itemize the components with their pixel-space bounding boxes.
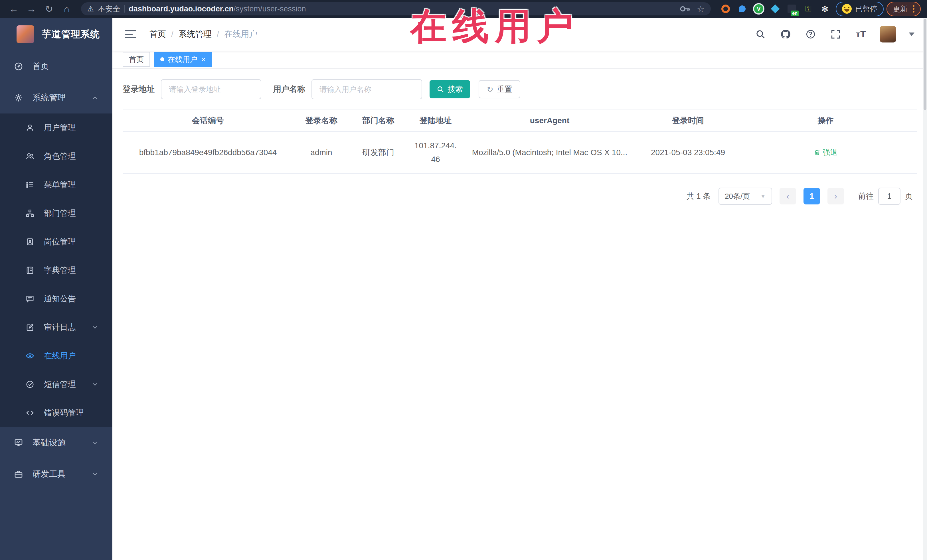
reload-icon[interactable]: ↻ <box>42 2 56 16</box>
login-address-input[interactable] <box>161 79 261 99</box>
sidebar-item-infra[interactable]: 基础设施 <box>0 427 112 458</box>
browser-toolbar: ← → ↻ ⌂ ⚠ 不安全 dashboard.yudao.iocoder.cn… <box>0 0 927 18</box>
cell-session-id: bfbb1ab79ba849e49fb26ddb56a73044 <box>123 148 293 157</box>
green-key-icon[interactable]: ⚿ <box>803 4 813 14</box>
sidebar-item-label: 角色管理 <box>44 151 76 162</box>
active-dot-icon <box>160 57 164 61</box>
address-bar[interactable]: ⚠ 不安全 dashboard.yudao.iocoder.cn/system/… <box>81 2 711 15</box>
sidebar-item-depts[interactable]: 部门管理 <box>0 199 112 228</box>
url-text[interactable]: dashboard.yudao.iocoder.cn/system/user-s… <box>129 5 306 14</box>
sidebar-item-menus[interactable]: 菜单管理 <box>0 170 112 199</box>
online-eye-icon <box>25 351 35 361</box>
prev-page-button[interactable]: ‹ <box>780 188 796 205</box>
tags-view: 首页 在线用户 × <box>112 51 927 68</box>
check-circle-icon <box>25 379 35 389</box>
close-icon[interactable]: × <box>201 56 206 63</box>
page-1-button[interactable]: 1 <box>804 188 820 205</box>
fullscreen-icon[interactable] <box>830 28 842 41</box>
tab-label: 在线用户 <box>168 55 198 64</box>
header-actions: ᴛT <box>754 26 915 42</box>
forward-icon[interactable]: → <box>24 2 39 16</box>
sidebar-item-audit-log[interactable]: 审计日志 <box>0 313 112 341</box>
book-icon <box>25 266 35 275</box>
collapse-sidebar-icon[interactable] <box>125 30 136 38</box>
sidebar-item-system[interactable]: 系统管理 <box>0 82 112 114</box>
help-icon[interactable] <box>804 28 817 41</box>
sidebar-item-dict[interactable]: 字典管理 <box>0 256 112 285</box>
goto-page-input[interactable] <box>878 188 900 205</box>
users-icon <box>25 152 35 161</box>
tab-online-users[interactable]: 在线用户 × <box>154 52 212 67</box>
blue-drop-icon[interactable] <box>737 4 747 14</box>
edit-log-icon <box>25 322 35 332</box>
url-domain: dashboard.yudao.iocoder.cn <box>129 5 234 13</box>
bookmark-star-icon[interactable]: ☆ <box>697 4 705 14</box>
sidebar-item-online-users[interactable]: 在线用户 <box>0 341 112 370</box>
sidebar-item-label: 短信管理 <box>44 379 76 390</box>
window-scrollbar[interactable] <box>923 18 927 560</box>
divider <box>124 5 125 12</box>
sidebar-item-posts[interactable]: 岗位管理 <box>0 228 112 256</box>
security-label: 不安全 <box>98 4 120 14</box>
next-page-button[interactable]: › <box>827 188 844 205</box>
chevron-down-icon[interactable] <box>909 32 915 36</box>
col-user-agent: userAgent <box>464 116 635 125</box>
chevron-up-icon <box>91 94 99 102</box>
breadcrumb-current: 在线用户 <box>224 29 257 40</box>
orange-ring-icon[interactable] <box>720 4 731 14</box>
col-actions: 操作 <box>741 115 910 126</box>
sidebar-item-roles[interactable]: 角色管理 <box>0 142 112 170</box>
scrollbar-thumb[interactable] <box>924 19 926 110</box>
page-size-select[interactable]: 20条/页 ▼ <box>719 188 772 205</box>
font-size-icon[interactable]: ᴛT <box>854 28 867 41</box>
username-label: 用户名称 <box>273 84 305 95</box>
sidebar-item-sms[interactable]: 短信管理 <box>0 370 112 399</box>
security-warning-icon[interactable]: ⚠ <box>87 5 94 14</box>
monitor-icon <box>14 438 23 448</box>
white-flower-icon[interactable]: ✻ <box>820 4 830 14</box>
translate-en-icon[interactable] <box>787 4 797 14</box>
sidebar-item-dev-tools[interactable]: 研发工具 <box>0 458 112 490</box>
table-row: bfbb1ab79ba849e49fb26ddb56a73044 admin 研… <box>123 132 917 174</box>
extensions-row: V ⚿ ✻ <box>720 4 830 14</box>
sidebar-item-label: 通知公告 <box>44 293 76 304</box>
reset-button[interactable]: ↻ 重置 <box>479 80 520 99</box>
gear-icon <box>14 93 23 103</box>
main-area: 首页 / 系统管理 / 在线用户 ᴛT 首页 在线用户 <box>112 18 927 560</box>
breadcrumb-home[interactable]: 首页 <box>149 29 166 40</box>
avatar[interactable] <box>880 26 896 42</box>
back-icon[interactable]: ← <box>6 2 21 16</box>
browser-menu-icon[interactable] <box>913 5 915 12</box>
sessions-table: 会话编号 登录名称 部门名称 登陆地址 userAgent 登录时间 操作 bf… <box>123 109 917 174</box>
tab-home[interactable]: 首页 <box>123 52 150 67</box>
github-icon[interactable] <box>779 28 792 41</box>
username-input[interactable] <box>312 79 422 99</box>
sidebar-item-label: 部门管理 <box>44 208 76 219</box>
page-content: 登录地址 用户名称 搜索 ↻ 重置 会话编号 登录名称 部门名称 <box>112 68 927 560</box>
sidebar-item-label: 错误码管理 <box>44 407 84 418</box>
chevron-down-icon <box>91 323 99 331</box>
code-icon <box>25 408 35 418</box>
search-icon[interactable] <box>754 28 767 41</box>
sidebar-item-users[interactable]: 用户管理 <box>0 114 112 142</box>
pagination: 共 1 条 20条/页 ▼ ‹ 1 › 前往 页 <box>123 188 917 205</box>
system-submenu: 用户管理 角色管理 菜单管理 部门管理 岗位管理 字典管理 <box>0 114 112 427</box>
password-key-icon[interactable] <box>679 3 691 15</box>
blue-diamond-icon[interactable] <box>770 4 780 14</box>
update-button[interactable]: 更新 <box>886 2 921 16</box>
sidebar-item-error-codes[interactable]: 错误码管理 <box>0 399 112 427</box>
paused-badge[interactable]: 已暂停 <box>836 2 884 16</box>
trash-icon <box>814 149 821 156</box>
sidebar-item-label: 菜单管理 <box>44 179 76 190</box>
announcement-icon <box>25 294 35 304</box>
app-logo-row[interactable]: 芋道管理系统 <box>0 18 112 51</box>
search-button[interactable]: 搜索 <box>430 80 470 99</box>
sidebar-item-home[interactable]: 首页 <box>0 51 112 82</box>
cell-user-agent: Mozilla/5.0 (Macintosh; Intel Mac OS X 1… <box>464 148 635 157</box>
cell-dept: 研发部门 <box>350 147 407 158</box>
breadcrumb-system[interactable]: 系统管理 <box>179 29 212 40</box>
sidebar-item-notice[interactable]: 通知公告 <box>0 285 112 313</box>
force-logout-button[interactable]: 强退 <box>814 147 838 157</box>
home-icon[interactable]: ⌂ <box>59 2 74 16</box>
green-v-icon[interactable]: V <box>754 4 764 14</box>
